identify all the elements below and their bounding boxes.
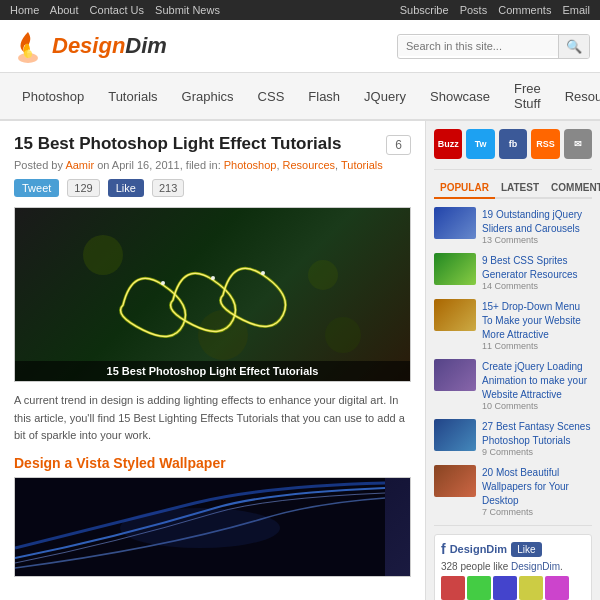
sidebar-item-link-2[interactable]: 15+ Drop-Down Menu To Make your Website … [482, 301, 581, 340]
article-title: 15 Best Photoshop Light Effect Tutorials [14, 133, 411, 155]
fb-avatar-5 [545, 576, 569, 600]
sidebar-item-comments-4: 9 Comments [482, 447, 592, 457]
tab-comments[interactable]: Comments [545, 178, 600, 197]
sidebar-item-text-3: Create jQuery Loading Animation to make … [482, 359, 592, 411]
sidebar-item-comments-0: 13 Comments [482, 235, 592, 245]
nav-tutorials[interactable]: Tutorials [96, 81, 169, 112]
buzz-icon[interactable]: Buzz [434, 129, 462, 159]
nav-showcase[interactable]: Showcase [418, 81, 502, 112]
search-button[interactable]: 🔍 [558, 35, 589, 58]
nav-contact[interactable]: Contact Us [90, 4, 144, 16]
sidebar-social-icons: Buzz Tw fb RSS ✉ [434, 129, 592, 159]
article-description: A current trend in design is adding ligh… [14, 392, 411, 445]
sidebar-thumb-0 [434, 207, 476, 239]
sidebar-item-link-1[interactable]: 9 Best CSS Sprites Generator Resources [482, 255, 578, 280]
nav-jquery[interactable]: JQuery [352, 81, 418, 112]
site-header: DesignDim 🔍 [0, 20, 600, 73]
svg-point-3 [308, 260, 338, 290]
tweet-button[interactable]: Tweet [14, 179, 59, 197]
nav-submit[interactable]: Submit News [155, 4, 220, 16]
comment-badge: 6 [386, 135, 411, 155]
article-image-caption: 15 Best Photoshop Light Effect Tutorials [15, 361, 410, 381]
sidebar-item-text-1: 9 Best CSS Sprites Generator Resources 1… [482, 253, 592, 291]
main-nav: Photoshop Tutorials Graphics CSS Flash J… [0, 73, 600, 121]
fb-like-button[interactable]: Like [511, 542, 541, 557]
article-meta: Posted by Aamir on April 16, 2011, filed… [14, 159, 411, 171]
category-photoshop[interactable]: Photoshop [224, 159, 277, 171]
fb-avatar-3 [493, 576, 517, 600]
facebook-icon[interactable]: fb [499, 129, 527, 159]
svg-point-5 [325, 317, 361, 353]
like-count: 213 [152, 179, 184, 197]
sidebar-item-comments-2: 11 Comments [482, 341, 592, 351]
sidebar-item-text-2: 15+ Drop-Down Menu To Make your Website … [482, 299, 592, 351]
tab-popular[interactable]: Popular [434, 178, 495, 199]
social-buttons: Tweet 129 Like 213 [14, 179, 411, 197]
like-button[interactable]: Like [108, 179, 144, 197]
category-resources[interactable]: Resources [283, 159, 336, 171]
sidebar-thumb-3 [434, 359, 476, 391]
sidebar-item-text-5: 20 Most Beautiful Wallpapers for Your De… [482, 465, 592, 517]
fb-logo-icon: f [441, 541, 446, 557]
sidebar-item-comments-5: 7 Comments [482, 507, 592, 517]
nav-email[interactable]: Email [562, 4, 590, 16]
sidebar-item-link-0[interactable]: 19 Outstanding jQuery Sliders and Carous… [482, 209, 582, 234]
top-bar-left: Home About Contact Us Submit News [10, 4, 228, 16]
sidebar-item-link-5[interactable]: 20 Most Beautiful Wallpapers for Your De… [482, 467, 569, 506]
article-second-image: → [14, 477, 411, 577]
top-bar: Home About Contact Us Submit News Subscr… [0, 0, 600, 20]
sidebar-item-text-4: 27 Best Fantasy Scenes Photoshop Tutoria… [482, 419, 592, 457]
nav-subscribe[interactable]: Subscribe [400, 4, 449, 16]
sidebar-item-comments-1: 14 Comments [482, 281, 592, 291]
sidebar-item-4: 27 Best Fantasy Scenes Photoshop Tutoria… [434, 419, 592, 457]
twitter-icon[interactable]: Tw [466, 129, 494, 159]
fb-widget-header: f DesignDim Like [441, 541, 585, 557]
sidebar-item-5: 20 Most Beautiful Wallpapers for Your De… [434, 465, 592, 517]
fb-fan-count-text: 328 people like DesignDim. [441, 561, 585, 572]
sidebar-tabs: Popular Latest Comments Tags [434, 178, 592, 199]
svg-point-1 [24, 50, 32, 58]
page-layout: 6 15 Best Photoshop Light Effect Tutoria… [0, 121, 600, 600]
search-input[interactable] [398, 36, 558, 56]
category-tutorials[interactable]: Tutorials [341, 159, 383, 171]
sidebar-thumb-4 [434, 419, 476, 451]
search-box[interactable]: 🔍 [397, 34, 590, 59]
sidebar-item-2: 15+ Drop-Down Menu To Make your Website … [434, 299, 592, 351]
nav-posts[interactable]: Posts [460, 4, 488, 16]
nav-graphics[interactable]: Graphics [170, 81, 246, 112]
fb-page-link[interactable]: DesignDim [511, 561, 560, 572]
sidebar-item-text-0: 19 Outstanding jQuery Sliders and Carous… [482, 207, 592, 245]
article-main-image: 15 Best Photoshop Light Effect Tutorials [14, 207, 411, 382]
nav-resources[interactable]: Resources [553, 81, 600, 112]
sidebar: Buzz Tw fb RSS ✉ Popular Latest Comments… [425, 121, 600, 600]
sidebar-item-1: 9 Best CSS Sprites Generator Resources 1… [434, 253, 592, 291]
nav-flash[interactable]: Flash [296, 81, 352, 112]
nav-photoshop[interactable]: Photoshop [10, 81, 96, 112]
author-link[interactable]: Aamir [65, 159, 94, 171]
rss-icon[interactable]: RSS [531, 129, 559, 159]
fb-widget: f DesignDim Like 328 people like DesignD… [434, 534, 592, 600]
sidebar-item-0: 19 Outstanding jQuery Sliders and Carous… [434, 207, 592, 245]
divider-1 [434, 169, 592, 170]
top-bar-right: Subscribe Posts Comments Email [392, 4, 590, 16]
nav-about[interactable]: About [50, 4, 79, 16]
section-title-1: Design a Vista Styled Wallpaper [14, 455, 411, 471]
svg-point-2 [83, 235, 123, 275]
nav-freestuff[interactable]: Free Stuff [502, 73, 553, 119]
tab-latest[interactable]: Latest [495, 178, 545, 197]
svg-point-10 [120, 508, 280, 548]
email-icon[interactable]: ✉ [564, 129, 592, 159]
nav-comments[interactable]: Comments [498, 4, 551, 16]
nav-home[interactable]: Home [10, 4, 39, 16]
meta-suffix: on April 16, 2011, filed in: [94, 159, 221, 171]
sidebar-item-link-3[interactable]: Create jQuery Loading Animation to make … [482, 361, 587, 400]
fb-avatars [441, 576, 585, 600]
nav-css[interactable]: CSS [246, 81, 297, 112]
fb-avatar-2 [467, 576, 491, 600]
sidebar-item-comments-3: 10 Comments [482, 401, 592, 411]
site-logo[interactable]: DesignDim [10, 28, 167, 64]
fb-avatar-4 [519, 576, 543, 600]
sidebar-item-3: Create jQuery Loading Animation to make … [434, 359, 592, 411]
sidebar-item-link-4[interactable]: 27 Best Fantasy Scenes Photoshop Tutoria… [482, 421, 590, 446]
vista-art [15, 478, 385, 577]
